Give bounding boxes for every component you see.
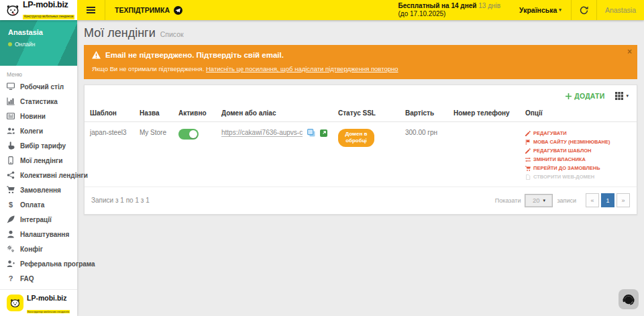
sidebar-item-orders[interactable]: Замовлення bbox=[0, 182, 77, 197]
option-edit-link[interactable]: РЕДАГУВАТИ bbox=[525, 129, 631, 138]
pagination-prev-button[interactable]: « bbox=[586, 193, 599, 207]
cell-options: РЕДАГУВАТИ МОВА САЙТУ (НЕЗМІНЮВАНЕ) РЕДА… bbox=[520, 122, 637, 187]
plus-icon bbox=[566, 93, 572, 99]
domain-link[interactable]: https://cakawi7636-aupvs-com-42 bbox=[221, 129, 303, 137]
dollar-icon: $ bbox=[7, 201, 15, 209]
footer-brand-title: LP-mobi.biz bbox=[27, 294, 67, 302]
sidebar-item-tariff[interactable]: Вибір тарифу bbox=[0, 138, 77, 153]
pagination: « 1 » bbox=[586, 193, 630, 207]
sidebar-item-statistics[interactable]: Статистика bbox=[0, 94, 77, 109]
records-suffix-label: записи bbox=[557, 197, 576, 204]
column-header-active[interactable]: Активно bbox=[173, 104, 216, 122]
sidebar-item-settings[interactable]: Налаштування bbox=[0, 227, 77, 242]
sidebar-item-config[interactable]: Конфіг bbox=[0, 242, 77, 256]
trial-info: Бесплатный на 14 дней 13 днів (до 17.10.… bbox=[398, 0, 511, 20]
online-status-dot bbox=[8, 42, 12, 46]
column-header-ssl[interactable]: Статус SSL bbox=[333, 104, 400, 122]
resend-confirmation-link[interactable]: Натисніть це посилання, щоб надіслати пі… bbox=[206, 65, 398, 72]
sidebar-item-label: Вибір тарифу bbox=[20, 142, 66, 150]
headset-icon bbox=[621, 292, 636, 307]
dog-logo-icon bbox=[7, 295, 23, 311]
trial-days-left: 13 днів bbox=[478, 2, 500, 9]
column-header-phone[interactable]: Номер телефону bbox=[448, 104, 520, 122]
sidebar-item-referral[interactable]: Реферальна програма bbox=[0, 256, 77, 271]
column-visibility-button[interactable]: ▾ bbox=[615, 92, 629, 100]
cell-name: My Store bbox=[134, 122, 173, 187]
grid-icon bbox=[615, 92, 623, 100]
cell-active bbox=[173, 122, 216, 187]
language-label: Українська bbox=[519, 6, 557, 14]
username-label: Anastasia bbox=[605, 6, 636, 14]
trial-until: (до 17.10.2025) bbox=[398, 10, 501, 19]
pagination-next-button[interactable]: » bbox=[616, 193, 630, 207]
sidebar-item-label: Робочий стіл bbox=[20, 83, 64, 91]
hamburger-menu-button[interactable] bbox=[77, 0, 105, 20]
bar-chart-icon bbox=[7, 97, 15, 105]
close-icon[interactable]: × bbox=[627, 48, 632, 56]
option-edit-template-link[interactable]: РЕДАГУВАТИ ШАБЛОН bbox=[525, 146, 631, 155]
ssl-status-badge: Домен в обробці bbox=[338, 129, 374, 147]
cell-domain: https://cakawi7636-aupvs-com-42 bbox=[216, 122, 333, 187]
column-header-options[interactable]: Опції bbox=[520, 104, 637, 122]
sidebar-item-label: Оплата bbox=[20, 201, 44, 209]
alert-title: Email не підтверджено. Підтвердіть свій … bbox=[105, 51, 284, 59]
sidebar-item-my-landings[interactable]: Мої лендінги bbox=[0, 153, 77, 168]
sidebar-item-news[interactable]: Новини bbox=[0, 109, 77, 123]
cell-phone bbox=[448, 122, 520, 187]
option-site-language-link[interactable]: МОВА САЙТУ (НЕЗМІНЮВАНЕ) bbox=[525, 138, 631, 146]
pagination-page-1[interactable]: 1 bbox=[601, 193, 614, 207]
option-change-owner-link[interactable]: ЗМІНИТИ ВЛАСНИКА bbox=[525, 155, 631, 164]
brand-subtitle: Конструктор мобильных лендингов bbox=[23, 15, 74, 19]
active-toggle[interactable] bbox=[178, 129, 199, 140]
page-size-select[interactable]: 20 ▾ bbox=[525, 194, 553, 207]
mobile-page-icon bbox=[7, 156, 15, 164]
option-create-web-domain-link: СТВОРИТИ WEB-ДОМЕН bbox=[525, 172, 631, 181]
column-header-template[interactable]: Шаблон bbox=[85, 104, 134, 122]
pencil-icon bbox=[525, 131, 531, 136]
user-plus-icon bbox=[7, 260, 15, 268]
option-go-to-orders-link[interactable]: ПЕРЕЙТИ ДО ЗАМОВЛЕНЬ bbox=[525, 164, 631, 172]
support-link[interactable]: ТЕХПІДТРИМКА bbox=[105, 0, 192, 20]
column-header-price[interactable]: Вартість bbox=[400, 104, 448, 122]
app-window: LP-mobi.biz Конструктор мобильных лендин… bbox=[0, 0, 644, 316]
page-subtitle: Список bbox=[160, 30, 184, 38]
sidebar-item-label: Інтеграції bbox=[20, 216, 52, 223]
chevron-down-icon: ▾ bbox=[559, 7, 561, 13]
brand-titles: LP-mobi.biz Конструктор мобильных лендин… bbox=[23, 1, 74, 20]
email-alert-banner: Email не підтверджено. Підтвердіть свій … bbox=[84, 45, 637, 79]
refresh-icon bbox=[580, 6, 588, 15]
exchange-icon bbox=[525, 157, 531, 162]
refresh-button[interactable] bbox=[572, 0, 596, 20]
chevron-down-icon: ▾ bbox=[626, 93, 629, 99]
brand-logo[interactable]: LP-mobi.biz Конструктор мобильных лендин… bbox=[0, 0, 77, 20]
copy-icon[interactable] bbox=[307, 129, 315, 137]
column-header-domain[interactable]: Домен або аліас bbox=[216, 104, 333, 122]
footer-brand-subtitle: Конструктор мобільних лендингів bbox=[27, 310, 70, 313]
support-label: ТЕХПІДТРИМКА bbox=[115, 6, 170, 14]
sidebar-item-faq[interactable]: ? FAQ bbox=[0, 271, 77, 286]
page-header: Мої лендінги Список bbox=[77, 20, 644, 45]
desktop-icon bbox=[7, 83, 15, 91]
landings-table: Шаблон Назва Активно Домен або аліас Ста… bbox=[85, 104, 637, 187]
sidebar: Anastasia Онлайн Меню Робочий стіл Стати… bbox=[0, 20, 77, 316]
users-icon bbox=[7, 127, 15, 135]
panel-toolbar: ДОДАТИ ▾ bbox=[85, 85, 637, 104]
add-landing-button[interactable]: ДОДАТИ bbox=[566, 92, 604, 100]
sidebar-item-colleagues[interactable]: Колеги bbox=[0, 123, 77, 138]
question-icon: ? bbox=[7, 274, 15, 282]
sidebar-item-payment[interactable]: $ Оплата bbox=[0, 197, 77, 212]
records-info: Записи з 1 по 1 з 1 bbox=[91, 197, 150, 204]
external-link-icon[interactable] bbox=[320, 129, 327, 137]
cell-ssl-status: Домен в обробці bbox=[333, 122, 400, 187]
sidebar-item-desktop[interactable]: Робочий стіл bbox=[0, 79, 77, 94]
sidebar-item-collective-landings[interactable]: Колективні лендінги bbox=[0, 168, 77, 182]
hand-pointer-icon bbox=[7, 142, 15, 150]
language-selector[interactable]: Українська ▾ bbox=[510, 0, 571, 20]
sidebar-item-label: Реферальна програма bbox=[20, 260, 95, 268]
sidebar-item-integrations[interactable]: Інтеграції bbox=[0, 212, 77, 227]
chevron-down-icon: ▾ bbox=[543, 198, 545, 203]
column-header-name[interactable]: Назва bbox=[134, 104, 173, 122]
support-chat-button[interactable] bbox=[619, 289, 639, 309]
topbar-username[interactable]: Anastasia bbox=[597, 0, 644, 20]
newspaper-icon bbox=[7, 112, 15, 120]
